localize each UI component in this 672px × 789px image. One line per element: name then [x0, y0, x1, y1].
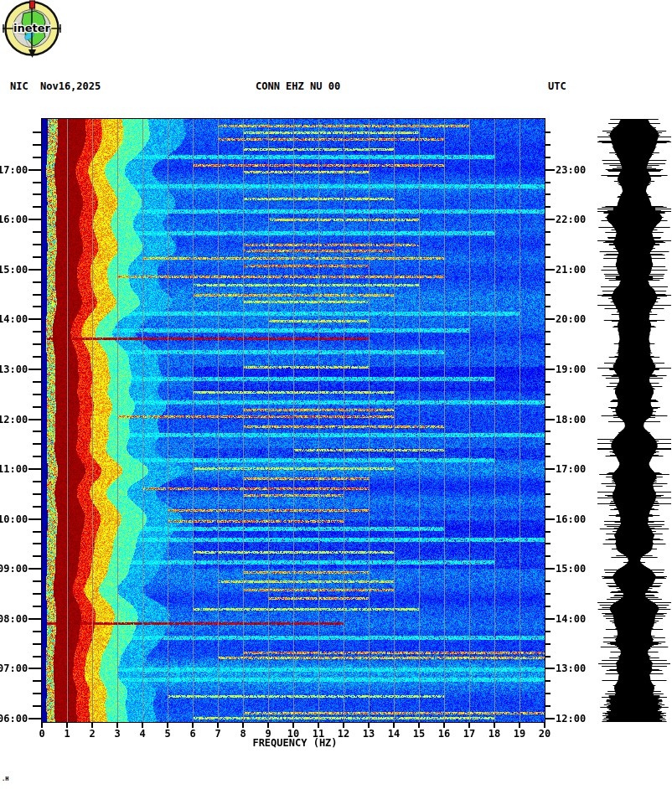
freq-tick: [192, 722, 194, 728]
left-time-label: 16:00: [0, 214, 28, 225]
x-axis-title: FREQUENCY (HZ): [211, 737, 379, 749]
left-time-tick: [33, 193, 42, 195]
left-time-tick: [33, 643, 42, 645]
right-time-tick: [545, 343, 551, 345]
right-time-tick: [545, 356, 551, 358]
freq-tick: [116, 722, 118, 728]
left-time-tick: [33, 693, 42, 694]
right-time-tick: [545, 269, 555, 271]
left-time-tick: [28, 419, 42, 420]
freq-tick: [519, 722, 520, 728]
freq-tick: [142, 722, 143, 728]
freq-tick-label: 19: [507, 728, 532, 740]
left-time-tick: [33, 182, 42, 183]
left-time-tick: [28, 219, 42, 220]
left-time-label: 17:00: [0, 164, 28, 176]
left-time-tick: [28, 169, 42, 171]
right-time-tick: [545, 718, 555, 719]
freq-tick-label: 0: [29, 728, 54, 740]
right-time-tick: [545, 169, 555, 171]
left-time-tick: [33, 356, 42, 358]
freq-tick-label: 14: [381, 728, 406, 740]
right-time-tick: [545, 580, 551, 582]
spectrogram-canvas: [42, 119, 545, 722]
left-time-tick: [28, 718, 42, 719]
left-time-tick: [28, 668, 42, 669]
freq-tick-label: 18: [482, 728, 507, 740]
left-time-tick: [33, 294, 42, 296]
left-time-tick: [33, 331, 42, 333]
freq-tick: [418, 722, 420, 728]
date-label: Nov16,2025: [40, 80, 101, 92]
right-time-tick: [545, 256, 551, 258]
left-time-label: 09:00: [0, 563, 28, 575]
freq-tick: [91, 722, 93, 728]
left-time-tick: [28, 369, 42, 370]
right-time-label: 21:00: [556, 264, 589, 276]
freq-tick: [217, 722, 219, 728]
left-time-tick: [33, 157, 42, 158]
left-time-tick: [33, 456, 42, 457]
left-time-tick: [28, 318, 42, 320]
right-time-tick: [545, 705, 551, 707]
right-time-tick: [545, 506, 551, 508]
left-time-tick: [33, 656, 42, 658]
freq-tick: [393, 722, 395, 728]
freq-tick: [242, 722, 244, 728]
freq-tick-label: 17: [457, 728, 482, 740]
network-code-label: NIC: [10, 80, 28, 92]
left-time-label: 11:00: [0, 463, 28, 475]
right-time-tick: [545, 693, 551, 694]
right-time-tick: [545, 193, 551, 195]
left-time-tick: [33, 256, 42, 258]
left-time-tick: [28, 618, 42, 620]
right-time-tick: [545, 419, 555, 420]
right-time-tick: [545, 394, 551, 395]
freq-tick: [494, 722, 495, 728]
left-time-tick: [33, 593, 42, 595]
logo-flag-icon: [30, 1, 35, 8]
left-time-tick: [33, 144, 42, 146]
right-time-tick: [545, 593, 551, 595]
right-time-label: 12:00: [556, 713, 589, 725]
left-time-tick: [33, 543, 42, 544]
right-time-tick: [545, 306, 551, 307]
left-time-tick: [33, 493, 42, 495]
left-time-tick: [33, 443, 42, 445]
right-time-tick: [545, 331, 551, 333]
left-time-label: 15:00: [0, 264, 28, 276]
right-time-label: 16:00: [556, 513, 589, 525]
freq-tick-label: 15: [406, 728, 432, 740]
freq-tick-label: 1: [54, 728, 80, 740]
left-time-tick: [33, 244, 42, 245]
left-time-tick: [33, 431, 42, 432]
freq-tick: [167, 722, 168, 728]
right-time-tick: [545, 643, 551, 645]
seismogram-trace-canvas: [597, 119, 672, 722]
right-time-label: 13:00: [556, 663, 589, 674]
left-time-tick: [33, 206, 42, 208]
freq-tick: [544, 722, 545, 728]
left-time-label: 07:00: [0, 663, 28, 674]
right-time-tick: [545, 281, 551, 283]
right-time-label: 20:00: [556, 313, 589, 325]
right-time-tick: [545, 206, 551, 208]
right-time-label: 19:00: [556, 364, 589, 375]
freq-tick: [318, 722, 319, 728]
left-time-tick: [33, 406, 42, 408]
freq-tick-label: 4: [130, 728, 155, 740]
corner-mark: .H: [2, 776, 8, 782]
spectrogram-page: ineter NIC Nov16,2025 CONN EHZ NU 00 UTC…: [0, 0, 672, 789]
freq-tick-label: 5: [155, 728, 180, 740]
right-time-tick: [545, 231, 551, 233]
left-time-label: 12:00: [0, 414, 28, 425]
right-time-tick: [545, 406, 551, 408]
freq-tick-label: 16: [432, 728, 457, 740]
right-time-label: 18:00: [556, 414, 589, 425]
right-time-tick: [545, 244, 551, 245]
right-time-tick: [545, 656, 551, 658]
freq-tick: [343, 722, 344, 728]
right-time-tick: [545, 318, 555, 320]
left-time-tick: [28, 518, 42, 520]
right-time-label: 17:00: [556, 463, 589, 475]
